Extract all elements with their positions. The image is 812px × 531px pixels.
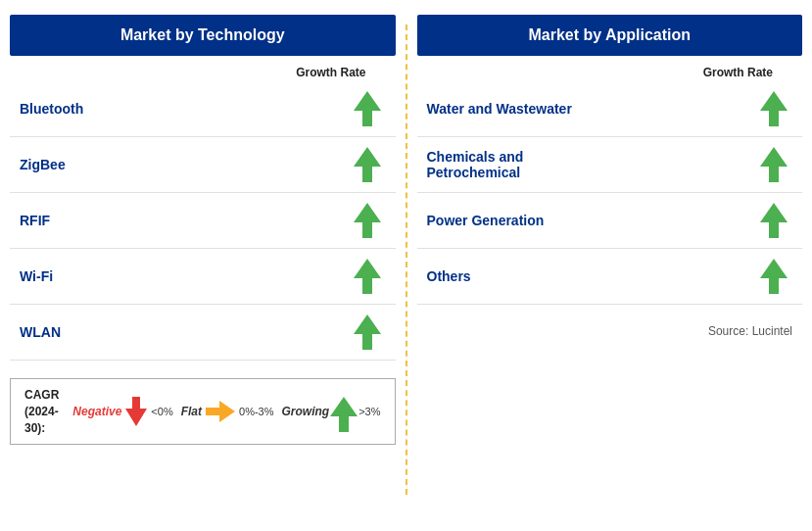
right-item-label-water: Water and Wastewater bbox=[427, 101, 761, 117]
green-up-arrow-legend bbox=[333, 397, 355, 426]
main-container: Market by Technology Growth Rate Bluetoo… bbox=[0, 0, 812, 531]
right-item-label-others: Others bbox=[427, 268, 761, 284]
right-item-water: Water and Wastewater bbox=[417, 81, 803, 137]
up-arrow-chemicals bbox=[760, 147, 788, 182]
source-line: Source: Lucintel bbox=[417, 305, 803, 338]
left-item-label-zigbee: ZigBee bbox=[20, 157, 354, 172]
left-panel-header: Market by Technology bbox=[10, 15, 396, 56]
up-arrow-bluetooth bbox=[354, 91, 381, 126]
legend-growing: Growing >3% bbox=[282, 397, 381, 426]
red-down-arrow bbox=[125, 397, 147, 426]
left-item-label-bluetooth: Bluetooth bbox=[20, 101, 354, 117]
legend-negative-label: Negative bbox=[72, 405, 121, 418]
left-item-label-wlan: WLAN bbox=[20, 324, 354, 340]
legend-growing-label: Growing bbox=[282, 405, 330, 418]
legend-box: CAGR(2024-30): Negative <0% Flat 0%-3% G… bbox=[10, 378, 396, 445]
right-growth-label-row: Growth Rate bbox=[417, 66, 803, 79]
right-panel: Market by Application Growth Rate Water … bbox=[417, 15, 803, 338]
legend-flat: Flat 0%-3% bbox=[181, 401, 274, 422]
up-arrow-zigbee bbox=[354, 147, 381, 182]
right-item-label-power: Power Generation bbox=[427, 213, 761, 228]
legend-flat-label: Flat bbox=[181, 405, 202, 418]
up-arrow-others bbox=[760, 259, 788, 294]
up-arrow-power bbox=[760, 203, 788, 238]
legend-negative: Negative <0% bbox=[72, 397, 172, 426]
legend-cagr-label: CAGR(2024-30): bbox=[24, 387, 65, 436]
right-item-label-chemicals: Chemicals and Petrochemical bbox=[427, 149, 761, 180]
left-item-wlan: WLAN bbox=[10, 305, 396, 361]
up-arrow-rfif bbox=[354, 203, 381, 238]
panel-divider bbox=[406, 24, 407, 495]
right-growth-label: Growth Rate bbox=[703, 66, 773, 79]
legend-growing-value: >3% bbox=[358, 406, 380, 417]
left-item-rfif: RFIF bbox=[10, 193, 396, 249]
left-growth-label-row: Growth Rate bbox=[10, 66, 396, 79]
left-item-zigbee: ZigBee bbox=[10, 137, 396, 193]
up-arrow-wlan bbox=[354, 314, 381, 350]
right-item-others: Others bbox=[417, 249, 803, 305]
left-item-bluetooth: Bluetooth bbox=[10, 81, 396, 137]
orange-right-arrow bbox=[206, 401, 235, 422]
up-arrow-wifi bbox=[354, 259, 381, 294]
legend-flat-value: 0%-3% bbox=[239, 406, 273, 417]
left-item-wifi: Wi-Fi bbox=[10, 249, 396, 305]
right-item-chemicals: Chemicals and Petrochemical bbox=[417, 137, 803, 193]
left-growth-label: Growth Rate bbox=[296, 66, 365, 79]
left-item-label-rfif: RFIF bbox=[20, 213, 354, 228]
left-panel: Market by Technology Growth Rate Bluetoo… bbox=[10, 15, 396, 445]
right-panel-header: Market by Application bbox=[417, 15, 803, 56]
legend-negative-value: <0% bbox=[151, 406, 172, 417]
up-arrow-water bbox=[760, 91, 788, 126]
left-item-label-wifi: Wi-Fi bbox=[20, 268, 354, 284]
right-item-power: Power Generation bbox=[417, 193, 803, 249]
